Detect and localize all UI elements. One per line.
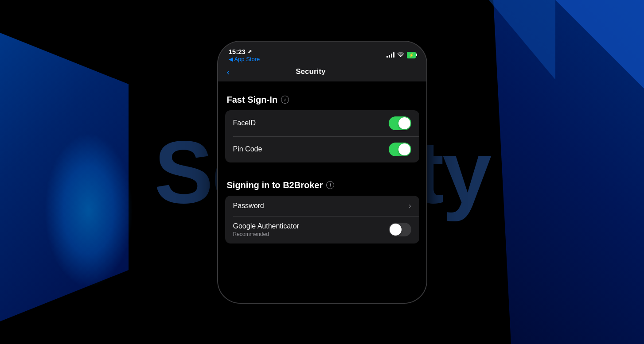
fast-signin-header: Fast Sign-In i bbox=[218, 90, 426, 110]
signal-icon bbox=[386, 52, 394, 58]
pincode-toggle[interactable] bbox=[389, 143, 411, 156]
bg-shape-top bbox=[489, 0, 555, 80]
status-icons: ⚡ bbox=[386, 52, 416, 58]
location-icon: ⇗ bbox=[248, 49, 252, 54]
faceid-label: FaceID bbox=[233, 119, 256, 127]
google-auth-label: Google Authenticator bbox=[233, 222, 299, 230]
time-display: 15:23 bbox=[229, 48, 246, 55]
google-auth-row: Google Authenticator Recommended bbox=[225, 216, 419, 244]
fast-signin-info-icon[interactable]: i bbox=[281, 96, 289, 104]
nav-title: Security bbox=[230, 67, 390, 76]
pincode-label: Pin Code bbox=[233, 145, 262, 153]
content-area: Fast Sign-In i FaceID Pin Code bbox=[218, 81, 426, 303]
pincode-toggle-knob bbox=[398, 143, 410, 155]
signing-info-icon[interactable]: i bbox=[326, 181, 334, 189]
google-auth-sublabel: Recommended bbox=[233, 231, 299, 237]
back-store-label[interactable]: ◀ App Store bbox=[229, 56, 260, 62]
nav-bar: ‹ Security bbox=[218, 65, 426, 81]
status-bar: 15:23 ⇗ ◀ App Store bbox=[218, 42, 426, 65]
back-button[interactable]: ‹ bbox=[227, 67, 231, 77]
signing-header: Signing in to B2Broker i bbox=[218, 176, 426, 196]
google-auth-toggle[interactable] bbox=[389, 223, 411, 236]
chevron-left-icon: ‹ bbox=[227, 67, 230, 77]
fast-signin-title: Fast Sign-In bbox=[227, 95, 277, 105]
password-chevron-icon: › bbox=[409, 202, 411, 210]
faceid-row: FaceID bbox=[225, 110, 419, 136]
google-auth-left: Google Authenticator Recommended bbox=[233, 222, 299, 237]
bg-shape-corner bbox=[555, 0, 644, 89]
wifi-icon bbox=[397, 52, 404, 58]
fast-signin-group: FaceID Pin Code bbox=[225, 110, 419, 162]
pincode-row: Pin Code bbox=[225, 136, 419, 162]
phone-frame: 15:23 ⇗ ◀ App Store bbox=[218, 42, 426, 303]
signing-group: Password › Google Authenticator Recommen… bbox=[225, 196, 419, 244]
battery-icon: ⚡ bbox=[407, 52, 416, 58]
google-auth-toggle-knob bbox=[390, 224, 402, 236]
bg-glow-left bbox=[44, 133, 133, 288]
phone-container: 15:23 ⇗ ◀ App Store bbox=[218, 42, 426, 303]
password-label: Password bbox=[233, 202, 264, 210]
signing-title: Signing in to B2Broker bbox=[227, 180, 323, 190]
status-time: 15:23 ⇗ bbox=[229, 48, 260, 55]
password-row[interactable]: Password › bbox=[225, 196, 419, 216]
faceid-toggle[interactable] bbox=[389, 116, 411, 130]
faceid-toggle-knob bbox=[398, 117, 410, 129]
